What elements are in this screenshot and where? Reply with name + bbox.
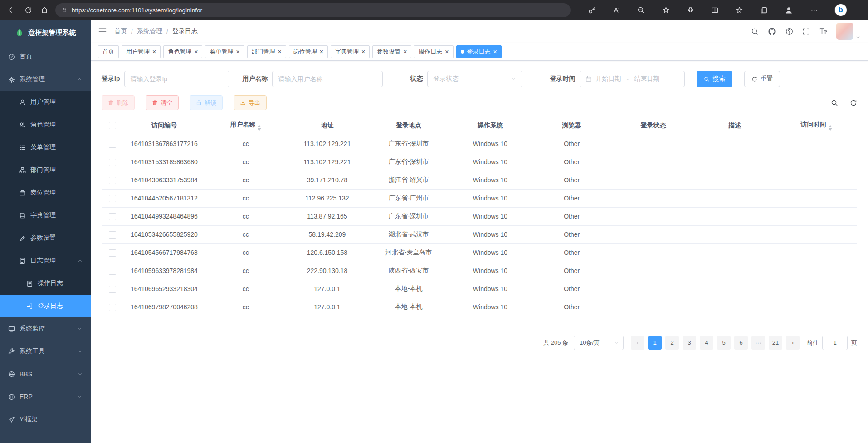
page-button-4[interactable]: 4 [700,336,713,350]
bing-icon[interactable]: b [835,4,847,16]
tab-menu-management[interactable]: 菜单管理× [205,45,244,58]
tab-operation-log[interactable]: 操作日志× [414,45,453,58]
tab-user-management[interactable]: 用户管理× [122,45,161,58]
sidebar-item-erp[interactable]: ERP [0,385,91,408]
page-button-2[interactable]: 2 [665,336,679,350]
sidebar-item-system-management[interactable]: 系统管理 [0,68,91,91]
browser-more-icon[interactable] [810,6,818,14]
tab-close-icon[interactable]: × [194,49,198,55]
row-checkbox[interactable] [109,159,116,166]
browser-refresh-button[interactable] [20,2,36,18]
sidebar-item-post-management[interactable]: 岗位管理 [0,181,91,204]
tab-post-management[interactable]: 岗位管理× [289,45,328,58]
row-checkbox[interactable] [109,268,116,275]
user-name-input[interactable] [272,71,383,87]
clear-button[interactable]: 清空 [146,95,179,110]
sidebar-item-system-tools[interactable]: 系统工具 [0,340,91,363]
github-icon[interactable] [768,27,776,36]
page-button-3[interactable]: 3 [683,336,696,350]
tab-close-icon[interactable]: × [320,49,323,55]
sidebar-item-role-management[interactable]: 角色管理 [0,113,91,136]
user-name-field[interactable] [278,75,377,83]
favorites-bar-icon[interactable] [736,6,743,14]
tab-close-icon[interactable]: × [403,49,407,55]
row-checkbox[interactable] [109,286,116,293]
sidebar-item-login-log[interactable]: 登录日志 [0,295,91,317]
tab-home[interactable]: 首页 [98,45,119,58]
column-header-user-name[interactable]: 用户名称 [205,117,287,135]
tab-dept-management[interactable]: 部门管理× [247,45,286,58]
zoom-icon[interactable] [637,6,645,14]
sidebar-item-param-settings[interactable]: 参数设置 [0,227,91,249]
user-avatar[interactable] [836,23,853,40]
row-checkbox[interactable] [109,231,116,239]
next-page-button[interactable]: › [786,336,800,350]
login-ip-field[interactable] [130,75,224,83]
tab-close-icon[interactable]: × [445,49,449,55]
sidebar-item-home[interactable]: 首页 [0,45,91,68]
date-range-input[interactable]: 开始日期 - 结束日期 [580,71,685,87]
more-pages-button[interactable]: ··· [751,336,765,350]
sidebar-item-operation-log[interactable]: 操作日志 [0,272,91,295]
goto-page-input[interactable] [822,336,848,350]
row-checkbox[interactable] [109,177,116,184]
font-size-icon[interactable] [819,27,827,35]
select-all-checkbox[interactable] [109,122,116,129]
table-refresh-icon[interactable] [850,99,857,107]
page-button-21[interactable]: 21 [769,336,782,350]
unlock-button[interactable]: 解锁 [190,95,223,110]
row-checkbox[interactable] [109,304,116,311]
collections-icon[interactable] [760,6,768,14]
sidebar-item-system-monitor[interactable]: 系统监控 [0,317,91,340]
password-manager-icon[interactable] [588,6,596,14]
menu-fold-icon[interactable] [98,27,107,36]
toggle-search-icon[interactable] [831,99,838,107]
breadcrumb-home[interactable]: 首页 [114,27,127,35]
status-select[interactable]: 登录状态 [427,71,522,87]
sidebar-item-bbs[interactable]: BBS [0,363,91,385]
header-search-icon[interactable] [751,28,759,35]
breadcrumb-system[interactable]: 系统管理 [137,27,162,35]
sidebar-item-menu-management[interactable]: 菜单管理 [0,136,91,159]
sort-icon[interactable] [829,125,832,131]
page-button-1[interactable]: 1 [648,336,662,350]
login-ip-input[interactable] [124,71,229,87]
tab-close-icon[interactable]: × [493,49,497,55]
column-header-visit-time[interactable]: 访问时间 [775,117,857,135]
search-button[interactable]: 搜索 [697,71,732,87]
browser-home-button[interactable] [36,2,53,18]
sidebar-item-user-management[interactable]: 用户管理 [0,91,91,113]
row-checkbox[interactable] [109,249,116,257]
export-button[interactable]: 导出 [234,95,267,110]
site-info-lock-icon[interactable] [61,7,68,13]
tab-close-icon[interactable]: × [152,49,156,55]
user-menu[interactable] [836,23,861,40]
tab-login-log[interactable]: 登录日志× [456,45,502,58]
prev-page-button[interactable]: ‹ [631,336,644,350]
reset-button[interactable]: 重置 [744,71,780,87]
tab-close-icon[interactable]: × [236,49,239,55]
split-screen-icon[interactable] [711,6,719,14]
tab-dict-management[interactable]: 字典管理× [331,45,370,58]
sort-icon[interactable] [258,125,261,131]
browser-profile-icon[interactable] [785,6,793,15]
page-size-select[interactable]: 10条/页 [574,336,624,350]
tab-close-icon[interactable]: × [278,49,282,55]
add-favorite-icon[interactable] [662,6,670,14]
sidebar-item-log-management[interactable]: 日志管理 [0,249,91,272]
delete-button[interactable]: 删除 [102,95,135,110]
row-checkbox[interactable] [109,195,116,202]
read-aloud-icon[interactable] [613,6,620,14]
extensions-icon[interactable] [687,6,694,14]
page-button-6[interactable]: 6 [734,336,748,350]
browser-back-button[interactable] [4,2,20,18]
sidebar-item-dept-management[interactable]: 部门管理 [0,159,91,181]
sidebar-item-yi-framework[interactable]: Yi框架 [0,408,91,431]
tab-role-management[interactable]: 角色管理× [163,45,202,58]
row-checkbox[interactable] [109,141,116,148]
tab-close-icon[interactable]: × [361,49,365,55]
help-icon[interactable] [785,28,793,35]
tab-param-settings[interactable]: 参数设置× [372,45,411,58]
row-checkbox[interactable] [109,213,116,220]
browser-address-bar[interactable]: https://ccnetcore.com:1101/system/log/lo… [55,3,571,17]
